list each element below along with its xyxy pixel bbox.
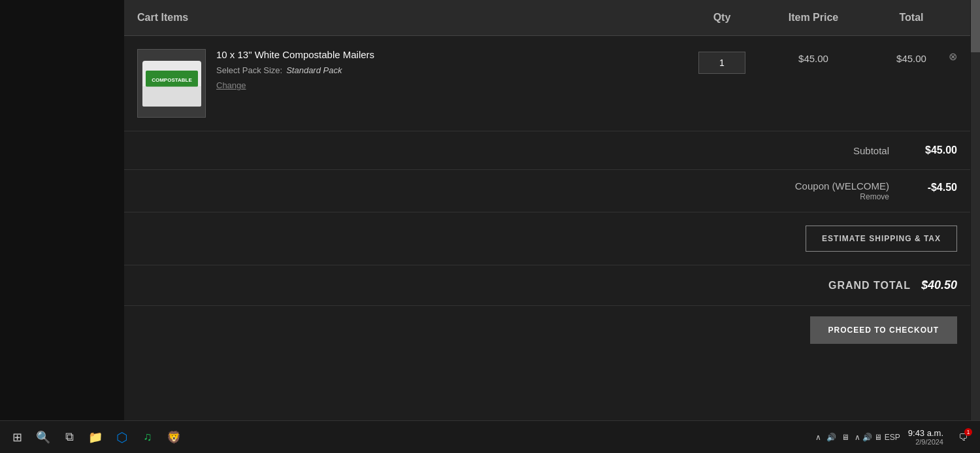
subtotal-value: $45.00: [905, 144, 957, 156]
pack-size-row: Select Pack Size: Standard Pack: [216, 65, 374, 75]
taskbar-clock[interactable]: 9:43 a.m. 2/9/2024: [908, 428, 943, 446]
coupon-label: Coupon (WELCOME): [795, 180, 889, 192]
taskbar-right: ∧ 🔊 🖥 ∧ 🔊 🖥 ESP 9:43 a.m. 2/9/2024 🗨 1: [815, 426, 975, 449]
change-pack-link[interactable]: Change: [216, 80, 374, 90]
notification-badge: 1: [964, 428, 972, 436]
scrollbar[interactable]: [971, 0, 980, 453]
header-qty: Qty: [713, 12, 731, 23]
total-value: $45.00: [896, 53, 926, 64]
cart-item-row: COMPOSTABLE 10 x 13" White Compostable M…: [124, 36, 970, 131]
notification-button[interactable]: 🗨 1: [951, 426, 975, 449]
quantity-input[interactable]: [698, 52, 745, 74]
spotify-button[interactable]: ♫: [136, 426, 159, 449]
svg-text:COMPOSTABLE: COMPOSTABLE: [152, 77, 192, 83]
header-total: Total: [899, 12, 923, 23]
product-image: COMPOSTABLE: [137, 49, 206, 118]
windows-start-button[interactable]: ⊞: [5, 426, 29, 449]
coupon-section: Coupon (WELCOME) Remove -$4.50: [124, 170, 970, 212]
subtotal-row: Subtotal $45.00: [137, 142, 957, 159]
cart-table-header: Cart Items Qty Item Price Total: [124, 0, 970, 36]
search-button[interactable]: 🔍: [31, 426, 55, 449]
coupon-row: Coupon (WELCOME) Remove -$4.50: [137, 180, 957, 201]
chevron-up-icon[interactable]: ∧: [815, 433, 821, 442]
remove-item-icon[interactable]: ⊗: [949, 50, 957, 63]
grand-total-value: $40.50: [921, 278, 957, 292]
taskbar-date: 2/9/2024: [908, 438, 943, 446]
estimate-shipping-button[interactable]: ESTIMATE SHIPPING & TAX: [806, 226, 957, 252]
display-icon[interactable]: 🖥: [841, 433, 849, 442]
product-info: 10 x 13" White Compostable Mailers Selec…: [216, 49, 374, 90]
coupon-remove-link[interactable]: Remove: [795, 192, 889, 201]
total-cell: $45.00 ⊗: [866, 49, 957, 64]
edge-browser-button[interactable]: ⬡: [110, 426, 133, 449]
coupon-info: Coupon (WELCOME) Remove: [795, 180, 889, 201]
header-item-price: Item Price: [789, 12, 838, 23]
shipping-section: ESTIMATE SHIPPING & TAX: [124, 212, 970, 265]
scrollbar-thumb[interactable]: [971, 0, 980, 52]
file-explorer-button[interactable]: 📁: [84, 426, 107, 449]
language-indicator: ∧ 🔊 🖥 ESP: [855, 433, 900, 442]
subtotal-section: Subtotal $45.00: [124, 131, 970, 170]
cart-main-content: Cart Items Qty Item Price Total COMPOSTA…: [124, 0, 970, 420]
qty-wrapper: [683, 49, 761, 74]
pack-size-label: Select Pack Size:: [216, 65, 282, 75]
grand-total-label: GRAND TOTAL: [828, 280, 911, 292]
taskbar: ⊞ 🔍 ⧉ 📁 ⬡ ♫ 🦁 ∧ 🔊 🖥 ∧ 🔊 🖥 ESP 9:43 a.m. …: [0, 420, 980, 453]
task-view-button[interactable]: ⧉: [57, 426, 81, 449]
item-price-cell: $45.00: [761, 49, 866, 64]
coupon-discount-value: -$4.50: [905, 180, 957, 193]
checkout-section: PROCEED TO CHECKOUT: [124, 306, 970, 354]
svg-rect-4: [142, 87, 201, 107]
pack-size-value: Standard Pack: [286, 65, 342, 75]
grand-total-section: GRAND TOTAL $40.50: [124, 265, 970, 306]
product-name: 10 x 13" White Compostable Mailers: [216, 49, 374, 60]
left-sidebar-bg: [0, 0, 124, 420]
checkout-button[interactable]: PROCEED TO CHECKOUT: [810, 316, 957, 344]
taskbar-time: 9:43 a.m.: [908, 428, 943, 438]
taskbar-system-icons: ∧ 🔊 🖥 ∧ 🔊 🖥 ESP: [815, 433, 900, 442]
volume-icon[interactable]: 🔊: [826, 433, 836, 442]
item-price-value: $45.00: [798, 53, 828, 64]
subtotal-label: Subtotal: [853, 145, 889, 156]
brave-browser-button[interactable]: 🦁: [162, 426, 186, 449]
header-cart-items: Cart Items: [137, 12, 188, 23]
